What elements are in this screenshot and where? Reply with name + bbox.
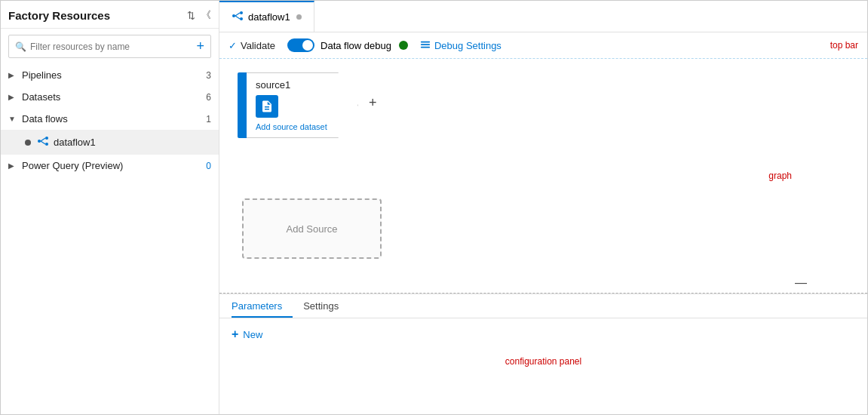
new-parameter-button[interactable]: + New <box>232 327 855 341</box>
sidebar-item-dataflows[interactable]: ▼ Data flows 1 <box>1 108 219 130</box>
sidebar-item-label: Datasets <box>22 91 206 103</box>
graph-annotation: graph <box>768 171 792 181</box>
source-node[interactable]: source1 Add source dataset <box>238 72 358 138</box>
svg-point-5 <box>232 14 235 17</box>
sidebar-header: Factory Resources ⇅ 《 <box>1 1 219 29</box>
tab-bar: dataflow1 <box>219 1 867 32</box>
add-source-button[interactable]: Add Source <box>242 198 382 259</box>
svg-point-7 <box>240 17 243 20</box>
collapse-sidebar-icon[interactable]: 《 <box>201 8 211 22</box>
config-panel-annotation: configuration panel <box>232 356 855 367</box>
sidebar-item-dataflow1[interactable]: dataflow1 <box>1 130 219 155</box>
svg-line-9 <box>235 16 240 19</box>
tab-settings[interactable]: Settings <box>303 294 349 318</box>
validate-button[interactable]: ✓ Validate <box>229 40 275 51</box>
sidebar-nav: ▶ Pipelines 3 ▶ Datasets 6 ▼ Data flows … <box>1 64 219 414</box>
resize-handle[interactable]: — <box>795 276 807 290</box>
chevron-down-icon: ▼ <box>8 115 16 123</box>
search-input[interactable] <box>30 42 192 52</box>
tab-parameters[interactable]: Parameters <box>232 294 293 318</box>
sidebar-item-label: dataflow1 <box>54 137 211 148</box>
search-icon: 🔍 <box>15 42 26 52</box>
source-node-body: source1 Add source dataset <box>247 72 358 138</box>
svg-rect-10 <box>421 41 430 42</box>
chevron-right-icon: ▶ <box>8 71 16 79</box>
new-button-label: New <box>243 329 262 340</box>
svg-point-6 <box>240 11 243 14</box>
svg-point-1 <box>45 137 48 140</box>
sidebar-item-label: Data flows <box>22 113 206 124</box>
active-dot-icon <box>25 140 31 146</box>
sidebar-header-actions: ⇅ 《 <box>187 8 211 22</box>
chevron-right-icon: ▶ <box>8 161 16 170</box>
collapse-all-icon[interactable]: ⇅ <box>187 10 195 21</box>
search-bar: 🔍 + <box>8 35 211 58</box>
debug-toggle-switch[interactable] <box>287 38 314 52</box>
tab-label: dataflow1 <box>248 11 290 23</box>
chevron-right-icon: ▶ <box>8 93 16 101</box>
sidebar-item-count: 0 <box>206 161 211 171</box>
svg-line-8 <box>235 13 240 16</box>
tab-parameters-label: Parameters <box>232 300 282 312</box>
config-tab-bar: Parameters Settings <box>219 294 867 318</box>
sidebar-title: Factory Resources <box>8 9 110 22</box>
debug-status-indicator <box>399 41 408 50</box>
check-icon: ✓ <box>229 40 237 51</box>
source-node-bar <box>238 72 247 138</box>
debug-settings-icon <box>420 39 431 52</box>
svg-point-0 <box>38 140 41 143</box>
add-source-label: Add Source <box>287 223 338 235</box>
tab-modified-dot <box>296 14 302 20</box>
svg-point-2 <box>45 143 48 146</box>
sidebar-item-count: 3 <box>206 70 211 81</box>
sidebar-item-label: Pipelines <box>22 69 206 81</box>
sidebar-item-pipelines[interactable]: ▶ Pipelines 3 <box>1 64 219 86</box>
sidebar: Factory Resources ⇅ 《 🔍 + ▶ Pipelines 3 … <box>1 1 219 414</box>
debug-settings-label: Debug Settings <box>434 40 501 51</box>
add-transformation-button[interactable]: + <box>369 95 377 111</box>
data-flow-debug-toggle[interactable]: Data flow debug <box>287 38 408 52</box>
source-node-icon <box>256 95 278 118</box>
validate-label: Validate <box>241 40 275 51</box>
sidebar-item-label: Power Query (Preview) <box>22 160 206 171</box>
dataflow-icon <box>37 135 49 149</box>
sidebar-item-datasets[interactable]: ▶ Datasets 6 <box>1 86 219 108</box>
main-content: dataflow1 ✓ Validate Data flow debug <box>219 1 867 414</box>
config-panel: Parameters Settings + New configuration … <box>219 294 867 414</box>
sidebar-item-powerquery[interactable]: ▶ Power Query (Preview) 0 <box>1 155 219 177</box>
graph-area: source1 Add source dataset + Add Source <box>219 59 867 294</box>
tab-dataflow-icon <box>232 10 244 24</box>
svg-rect-11 <box>421 44 430 45</box>
add-source-dataset-link[interactable]: Add source dataset <box>256 122 327 131</box>
debug-settings-button[interactable]: Debug Settings <box>420 39 501 52</box>
sidebar-item-count: 6 <box>206 92 211 103</box>
sidebar-item-count: 1 <box>206 114 211 124</box>
add-resource-icon[interactable]: + <box>192 38 204 54</box>
toolbar: ✓ Validate Data flow debug Debug Setting… <box>219 32 867 59</box>
source-node-title: source1 <box>256 79 327 91</box>
svg-line-4 <box>41 141 45 144</box>
tab-dataflow1[interactable]: dataflow1 <box>219 1 314 32</box>
tab-settings-label: Settings <box>303 300 339 312</box>
top-bar-annotation: top bar <box>830 40 858 51</box>
debug-toggle-label: Data flow debug <box>321 40 391 51</box>
config-content: + New configuration panel <box>219 318 867 414</box>
svg-line-3 <box>41 138 45 141</box>
plus-icon: + <box>232 327 238 341</box>
svg-rect-12 <box>421 46 430 48</box>
